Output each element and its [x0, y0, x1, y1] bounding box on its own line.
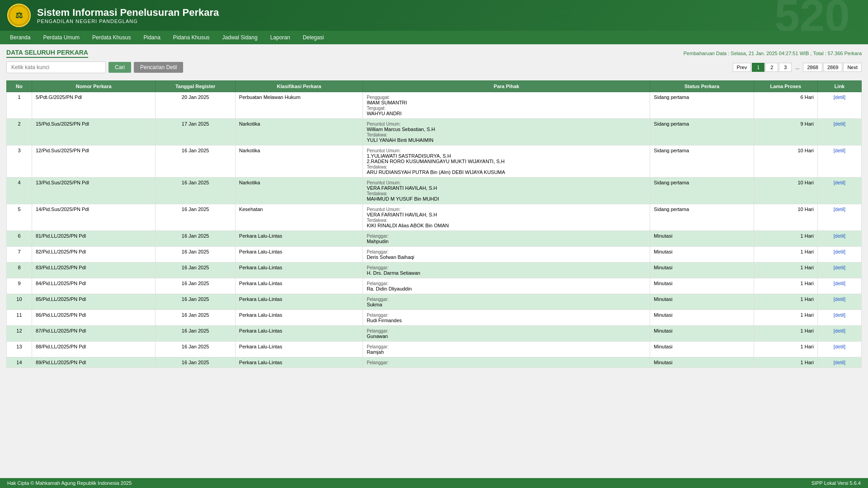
cell-no: 14 — [7, 357, 32, 368]
cell-status: Minutasi — [650, 231, 754, 247]
cell-no: 5 — [7, 204, 32, 231]
cell-link[interactable]: [detil] — [817, 92, 861, 119]
cell-link[interactable]: [detil] — [817, 145, 861, 178]
cell-pihak: Pelanggar:Deris Sofwan Baihaqi — [363, 247, 650, 263]
table-row: 15/Pdt.G/2025/PN Pdl20 Jan 2025Perbuatan… — [7, 92, 862, 119]
cell-tanggal: 16 Jan 2025 — [156, 326, 235, 342]
pihak-label: Pelanggar: — [367, 281, 388, 286]
detil-link[interactable]: [detil] — [834, 328, 845, 333]
table-row: 413/Pid.Sus/2025/PN Pdl16 Jan 2025Narkot… — [7, 178, 862, 204]
cell-link[interactable]: [detil] — [817, 342, 861, 357]
cell-klasifikasi: Perkara Lalu-Lintas — [235, 263, 363, 278]
pihak-name: IMAM SUMANTRI — [367, 100, 407, 105]
nav-item-jadwal-sidang[interactable]: Jadwal Sidang — [216, 31, 264, 44]
cell-link[interactable]: [detil] — [817, 263, 861, 278]
cell-link[interactable]: [detil] — [817, 326, 861, 342]
cell-link[interactable]: [detil] — [817, 119, 861, 145]
pihak-name: VERA FARIANTI HAVILAH, S.H — [367, 185, 437, 191]
cell-nomor: 81/Pid.LL/2025/PN Pdl — [32, 231, 156, 247]
pihak-label: Penuntut Umum: — [367, 207, 401, 212]
pihak-name: WAHYU ANDRI — [367, 111, 401, 116]
logo: ⚖ — [7, 4, 31, 27]
cell-no: 4 — [7, 178, 32, 204]
cell-pihak: Pelanggar: — [363, 357, 650, 368]
detil-link[interactable]: [detil] — [834, 121, 845, 127]
table-row: 1388/Pid.LL/2025/PN Pdl16 Jan 2025Perkar… — [7, 342, 862, 357]
nav-item-delegasi[interactable]: Delegasi — [297, 31, 330, 44]
cell-link[interactable]: [detil] — [817, 294, 861, 310]
pagination: Prev123...28682869Next — [733, 63, 862, 72]
pagination-page-2869[interactable]: 2869 — [823, 63, 842, 72]
table-body: 15/Pdt.G/2025/PN Pdl20 Jan 2025Perbuatan… — [7, 92, 862, 368]
cell-tanggal: 16 Jan 2025 — [156, 357, 235, 368]
pihak-label: Terdakwa: — [367, 218, 387, 223]
pihak-label: Tergugat: — [367, 106, 386, 111]
pagination-prev[interactable]: Prev — [733, 63, 751, 72]
pagination-next[interactable]: Next — [843, 63, 862, 72]
pihak-name: MAHMUD M YUSUF Bin MUHDI — [367, 196, 439, 202]
pagination-page-2[interactable]: 2 — [765, 63, 778, 72]
detil-link[interactable]: [detil] — [834, 233, 845, 239]
detil-link[interactable]: [detil] — [834, 94, 845, 100]
pihak-name: Ra. Didin Dliyauddin — [367, 286, 412, 291]
detail-search-button[interactable]: Pencarian Detil — [134, 62, 183, 73]
table-row: 681/Pid.LL/2025/PN Pdl16 Jan 2025Perkara… — [7, 231, 862, 247]
cell-lama-proses: 1 Hari — [754, 310, 817, 326]
nav-item-perdata-khusus[interactable]: Perdata Khusus — [86, 31, 137, 44]
cell-link[interactable]: [detil] — [817, 204, 861, 231]
nav-item-pidana-khusus[interactable]: Pidana Khusus — [167, 31, 216, 44]
cell-lama-proses: 10 Hari — [754, 145, 817, 178]
pagination-page-3[interactable]: 3 — [779, 63, 792, 72]
cell-link[interactable]: [detil] — [817, 357, 861, 368]
cell-link[interactable]: [detil] — [817, 310, 861, 326]
cell-link[interactable]: [detil] — [817, 231, 861, 247]
cell-no: 8 — [7, 263, 32, 278]
detil-link[interactable]: [detil] — [834, 296, 845, 302]
cell-nomor: 88/Pid.LL/2025/PN Pdl — [32, 342, 156, 357]
detil-link[interactable]: [detil] — [834, 344, 845, 349]
search-button[interactable]: Cari — [108, 62, 131, 73]
cell-no: 6 — [7, 231, 32, 247]
cell-tanggal: 16 Jan 2025 — [156, 310, 235, 326]
cell-klasifikasi: Perkara Lalu-Lintas — [235, 278, 363, 294]
pagination-page-1[interactable]: 1 — [752, 63, 764, 72]
cell-link[interactable]: [detil] — [817, 278, 861, 294]
pagination-page-2868[interactable]: 2868 — [803, 63, 822, 72]
cell-lama-proses: 10 Hari — [754, 204, 817, 231]
cell-lama-proses: 1 Hari — [754, 342, 817, 357]
table-row: 1287/Pid.LL/2025/PN Pdl16 Jan 2025Perkar… — [7, 326, 862, 342]
watermark: 520 — [774, 0, 850, 31]
cell-status: Minutasi — [650, 310, 754, 326]
cell-klasifikasi: Perkara Lalu-Lintas — [235, 231, 363, 247]
cell-klasifikasi: Perkara Lalu-Lintas — [235, 310, 363, 326]
search-input[interactable] — [6, 61, 106, 73]
cell-no: 13 — [7, 342, 32, 357]
detil-link[interactable]: [detil] — [834, 312, 845, 318]
nav-item-perdata-umum[interactable]: Perdata Umum — [37, 31, 86, 44]
cell-link[interactable]: [detil] — [817, 178, 861, 204]
pihak-label: Pelanggar: — [367, 328, 388, 333]
detil-link[interactable]: [detil] — [834, 265, 845, 270]
nav-item-pidana[interactable]: Pidana — [137, 31, 166, 44]
cell-status: Sidang pertama — [650, 92, 754, 119]
detil-link[interactable]: [detil] — [834, 148, 845, 153]
main-content: DATA SELURUH PERKARA Pembaharuan Data : … — [0, 44, 868, 372]
detil-link[interactable]: [detil] — [834, 249, 845, 254]
cell-nomor: 87/Pid.LL/2025/PN Pdl — [32, 326, 156, 342]
detil-link[interactable]: [detil] — [834, 206, 845, 212]
cell-nomor: 85/Pid.LL/2025/PN Pdl — [32, 294, 156, 310]
cell-link[interactable]: [detil] — [817, 247, 861, 263]
cell-no: 1 — [7, 92, 32, 119]
cell-no: 2 — [7, 119, 32, 145]
table-row: 514/Pid.Sus/2025/PN Pdl16 Jan 2025Keseha… — [7, 204, 862, 231]
cell-no: 3 — [7, 145, 32, 178]
nav-item-laporan[interactable]: Laporan — [264, 31, 297, 44]
pihak-label: Pelanggar: — [367, 313, 388, 318]
detil-link[interactable]: [detil] — [834, 180, 845, 185]
header: ⚖ Sistem Informasi Penelusuran Perkara P… — [0, 0, 868, 31]
table-row: 883/Pid.LL/2025/PN Pdl16 Jan 2025Perkara… — [7, 263, 862, 278]
nav-item-beranda[interactable]: Beranda — [4, 31, 37, 44]
table-row: 1489/Pid.LL/2025/PN Pdl16 Jan 2025Perkar… — [7, 357, 862, 368]
detil-link[interactable]: [detil] — [834, 360, 845, 365]
detil-link[interactable]: [detil] — [834, 281, 845, 286]
